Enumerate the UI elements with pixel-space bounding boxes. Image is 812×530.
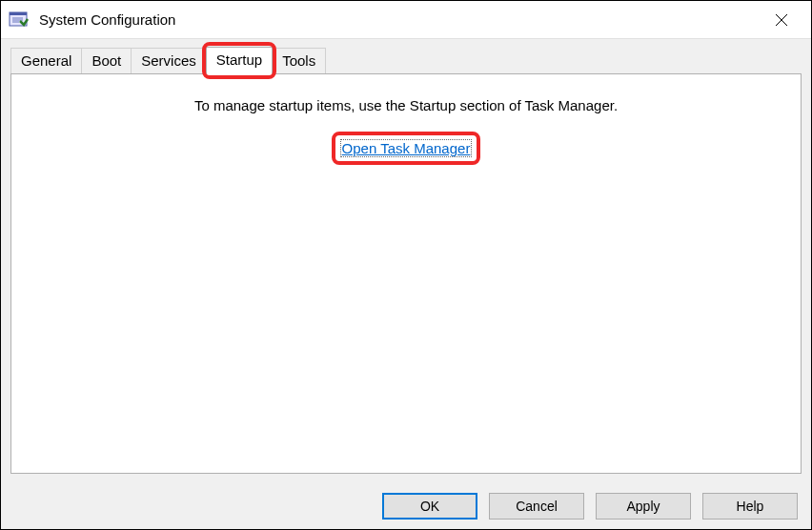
tab-general[interactable]: General bbox=[10, 48, 82, 73]
link-container: Open Task Manager bbox=[30, 140, 782, 156]
content-area: General Boot Services Startup Tools To m… bbox=[1, 39, 811, 483]
close-button[interactable] bbox=[760, 5, 803, 35]
ok-button[interactable]: OK bbox=[382, 493, 477, 520]
close-icon bbox=[775, 13, 788, 27]
system-configuration-window: System Configuration General Boot Servic… bbox=[0, 0, 812, 530]
startup-message: To manage startup items, use the Startup… bbox=[30, 97, 782, 113]
tab-startup[interactable]: Startup bbox=[206, 47, 273, 74]
button-bar: OK Cancel Apply Help bbox=[1, 483, 811, 529]
apply-button[interactable]: Apply bbox=[596, 493, 691, 520]
help-button[interactable]: Help bbox=[702, 493, 798, 520]
tab-tools[interactable]: Tools bbox=[272, 48, 326, 73]
window-title: System Configuration bbox=[39, 11, 760, 28]
tab-services[interactable]: Services bbox=[131, 48, 207, 73]
titlebar: System Configuration bbox=[1, 1, 811, 39]
svg-rect-1 bbox=[10, 12, 27, 15]
tab-boot[interactable]: Boot bbox=[81, 48, 132, 73]
cancel-button[interactable]: Cancel bbox=[489, 493, 584, 520]
tab-startup-label: Startup bbox=[216, 51, 262, 68]
app-icon bbox=[9, 10, 30, 31]
tab-strip: General Boot Services Startup Tools bbox=[10, 47, 802, 73]
startup-panel: To manage startup items, use the Startup… bbox=[10, 73, 802, 474]
open-task-manager-link[interactable]: Open Task Manager bbox=[340, 139, 473, 157]
